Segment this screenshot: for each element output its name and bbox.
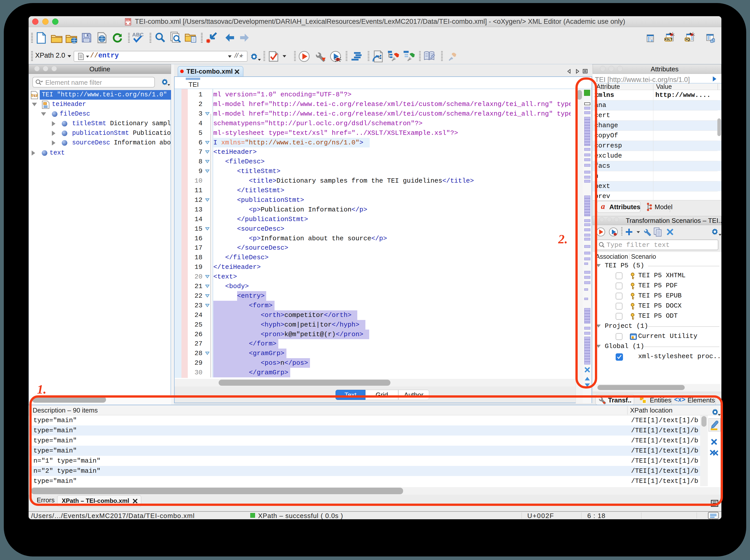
svg-text:XSLT: XSLT [665, 38, 672, 41]
svg-text:TEI: TEI [32, 94, 37, 98]
svg-text:XQ: XQ [685, 38, 690, 41]
